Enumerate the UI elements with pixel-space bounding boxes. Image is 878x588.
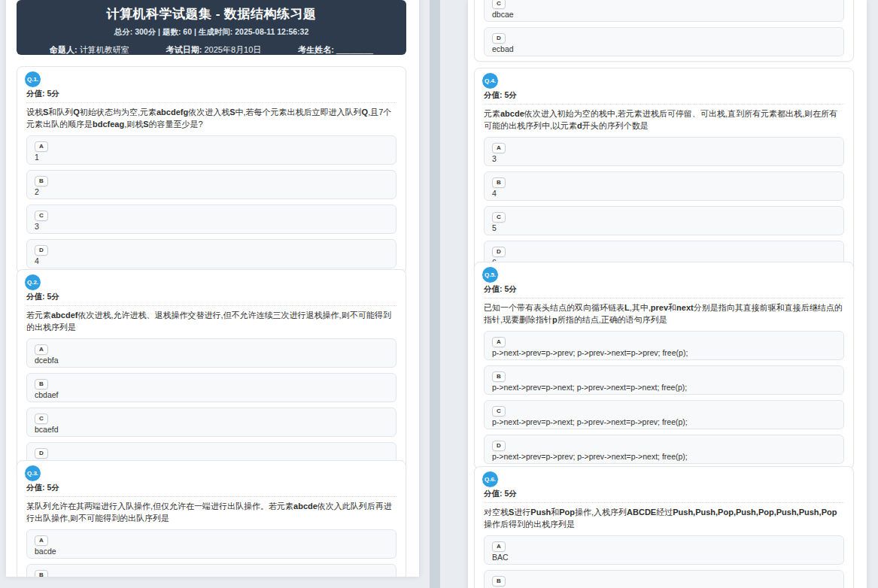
option-text: p->next->prev=p->prev; p->prev->next=p->…: [492, 349, 836, 357]
exam-stats: 总分: 300分 | 题数: 60 | 生成时间: 2025-08-11 12:…: [17, 27, 406, 38]
option-text: cbdaef: [35, 391, 388, 399]
question-card-6: Q.6. 分值: 5分 对空栈S进行Push和Pop操作,入栈序列ABCDE经过…: [474, 466, 854, 588]
option-letter-chip: A: [35, 141, 48, 152]
page-right: C dbcae D ecbad Q.4. 分值: 5分 元素abcde依次进入初…: [468, 0, 867, 588]
question-card-5: Q.5. 分值: 5分 已知一个带有表头结点的双向循环链表L,其中,prev和n…: [474, 262, 854, 469]
option-text: 5: [492, 224, 836, 232]
exam-setter: 命题人: 计算机教研室: [50, 44, 129, 55]
question-card-1: Q.1. 分值: 5分 设栈S和队列Q初始状态均为空,元素abcdefg依次进入…: [17, 66, 406, 274]
question-2-option-b[interactable]: B cbdaef: [26, 373, 396, 402]
option-text: ecbad: [492, 45, 836, 53]
question-4-score: 分值: 5分: [484, 90, 844, 101]
question-card-4: Q.4. 分值: 5分 元素abcde依次进入初始为空的栈中,若元素进栈后可停留…: [474, 68, 854, 275]
option-letter-chip: B: [35, 379, 48, 389]
option-text: p->next->prev=p->prev; p->prev->next=p->…: [492, 453, 836, 461]
option-text: p->next->prev=p->next; p->prev->next=p->…: [492, 383, 836, 392]
question-3-option-d[interactable]: D ecbad: [484, 27, 844, 56]
option-letter-chip: D: [492, 247, 506, 257]
option-letter-chip: D: [35, 448, 48, 459]
question-1-option-b[interactable]: B 2: [26, 170, 396, 199]
question-4-option-a[interactable]: A 3: [484, 137, 844, 166]
question-3-number-badge: Q.3.: [25, 465, 41, 481]
option-text: dbcae: [492, 11, 836, 19]
question-2-number-badge: Q.2.: [25, 274, 41, 290]
exam-candidate-name: 考生姓名: ________: [298, 44, 373, 55]
exam-date: 考试日期: 2025年8月10日: [166, 44, 262, 55]
exam-meta-row: 命题人: 计算机教研室 考试日期: 2025年8月10日 考生姓名: _____…: [17, 44, 406, 55]
question-4-text: 元素abcde依次进入初始为空的栈中,若元素进栈后可停留、可出栈,直到所有元素都…: [484, 108, 844, 132]
option-letter-chip: C: [492, 212, 506, 223]
option-text: 3: [35, 223, 388, 231]
option-letter-chip: D: [35, 245, 48, 256]
option-letter-chip: D: [492, 441, 506, 451]
exam-candidate-label: 考生姓名:: [298, 45, 334, 54]
exam-date-value: 2025年8月10日: [204, 45, 261, 54]
question-5-score: 分值: 5分: [484, 284, 844, 295]
question-3-score: 分值: 5分: [26, 483, 396, 493]
exam-setter-value: 计算机教研室: [80, 45, 129, 54]
option-letter-chip: C: [35, 414, 48, 424]
question-1-option-d[interactable]: D 4: [26, 239, 396, 268]
option-letter-chip: A: [492, 541, 506, 552]
exam-title: 计算机科学试题集 - 数据结构练习题: [17, 5, 406, 23]
option-letter-chip: D: [492, 33, 506, 44]
dotted-divider: [26, 305, 396, 306]
option-text: 2: [35, 188, 388, 196]
option-letter-chip: A: [492, 143, 506, 153]
option-text: bcaefd: [35, 426, 388, 434]
question-3-option-a[interactable]: A bacde: [26, 529, 396, 559]
question-6-option-a[interactable]: A BAC: [484, 535, 844, 565]
question-1-text: 设栈S和队列Q初始状态均为空,元素abcdefg依次进入栈S中,若每个元素出栈后…: [26, 106, 396, 130]
question-card-2: Q.2. 分值: 5分 若元素abcdef依次进栈,允许进栈、退栈操作交替进行,…: [17, 269, 406, 477]
exam-candidate-blank: ________: [336, 45, 373, 54]
question-6-option-b[interactable]: B BAE: [484, 570, 844, 588]
question-1-option-a[interactable]: A 1: [26, 135, 396, 165]
question-4-option-b[interactable]: B 4: [484, 171, 844, 201]
question-2-text: 若元素abcdef依次进栈,允许进栈、退栈操作交替进行,但不允许连续三次进行退栈…: [26, 309, 396, 333]
option-text: BAC: [492, 553, 836, 562]
question-2-score: 分值: 5分: [26, 292, 396, 302]
question-5-text: 已知一个带有表头结点的双向循环链表L,其中,prev和next分别是指向其直接前…: [484, 302, 844, 326]
option-letter-chip: A: [35, 535, 48, 546]
question-card-3: Q.3. 分值: 5分 某队列允许在其两端进行入队操作,但仅允许在一端进行出队操…: [17, 460, 406, 577]
option-letter-chip: B: [492, 576, 506, 586]
dotted-divider: [484, 298, 844, 299]
question-2-option-a[interactable]: A dcebfa: [26, 338, 396, 368]
question-5-option-d[interactable]: D p->next->prev=p->prev; p->prev->next=p…: [484, 435, 844, 464]
dotted-divider: [26, 102, 396, 103]
option-letter-chip: C: [492, 0, 506, 9]
dotted-divider: [26, 496, 396, 497]
option-letter-chip: B: [35, 176, 48, 186]
option-letter-chip: B: [35, 570, 48, 577]
exam-header: 计算机科学试题集 - 数据结构练习题 总分: 300分 | 题数: 60 | 生…: [17, 0, 406, 55]
option-text: 4: [35, 257, 388, 265]
exam-date-label: 考试日期:: [166, 45, 202, 54]
option-text: p->next->prev=p->next; p->prev->next=p->…: [492, 418, 836, 426]
question-4-option-c[interactable]: C 5: [484, 206, 844, 235]
question-card-3-continued: C dbcae D ecbad: [474, 0, 854, 62]
option-text: dcebfa: [35, 356, 388, 365]
option-letter-chip: B: [492, 371, 506, 382]
question-6-score: 分值: 5分: [484, 489, 844, 499]
option-letter-chip: C: [492, 406, 506, 417]
question-1-score: 分值: 5分: [26, 89, 396, 99]
question-2-option-c[interactable]: C bcaefd: [26, 408, 396, 437]
question-5-number-badge: Q.5.: [482, 267, 498, 283]
question-5-option-b[interactable]: B p->next->prev=p->next; p->prev->next=p…: [484, 365, 844, 395]
question-3-option-c[interactable]: C dbcae: [484, 0, 844, 22]
option-letter-chip: A: [35, 344, 48, 355]
question-6-number-badge: Q.6.: [482, 471, 498, 487]
question-4-number-badge: Q.4.: [482, 73, 498, 89]
question-3-option-b[interactable]: B dbace: [26, 564, 396, 577]
option-letter-chip: B: [492, 177, 506, 188]
question-5-option-a[interactable]: A p->next->prev=p->prev; p->prev->next=p…: [484, 331, 844, 360]
question-3-text: 某队列允许在其两端进行入队操作,但仅允许在一端进行出队操作。若元素abcde依次…: [26, 500, 396, 524]
option-text: 1: [35, 153, 388, 162]
option-letter-chip: C: [35, 211, 48, 221]
dotted-divider: [484, 502, 844, 503]
exam-setter-label: 命题人:: [50, 45, 77, 54]
question-5-option-c[interactable]: C p->next->prev=p->next; p->prev->next=p…: [484, 400, 844, 429]
page-divider-bar: [430, 0, 440, 588]
question-1-option-c[interactable]: C 3: [26, 205, 396, 234]
page-left: 计算机科学试题集 - 数据结构练习题 总分: 300分 | 题数: 60 | 生…: [6, 0, 419, 577]
